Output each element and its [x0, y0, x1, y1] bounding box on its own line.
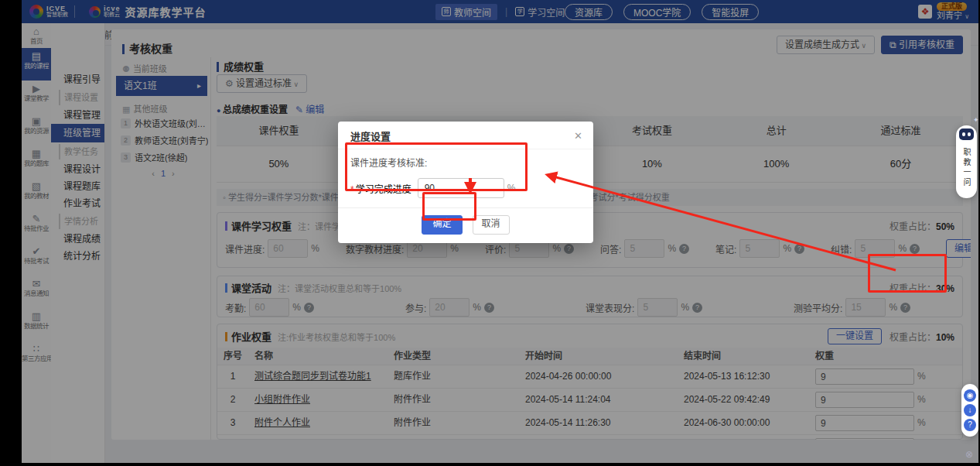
annotation-box-form	[345, 142, 528, 191]
collapse-icon[interactable]: ⊗	[965, 449, 973, 460]
assistant-label: 职教一问	[956, 142, 977, 194]
help-icon[interactable]: ?	[964, 419, 976, 431]
sparkle-icon: ✦	[973, 116, 979, 124]
ai-assistant-widget[interactable]: 职教一问	[956, 125, 977, 198]
close-icon[interactable]: ✕	[574, 130, 582, 142]
cancel-button[interactable]: 取消	[473, 215, 510, 235]
modal-title: 进度设置	[350, 128, 391, 143]
robot-icon	[959, 128, 974, 140]
download-icon[interactable]: ↓	[964, 404, 976, 416]
floating-toolbar: ◉ ↓ ?	[961, 384, 978, 437]
feedback-icon[interactable]: ◉	[964, 389, 976, 402]
annotation-box-progress-button	[868, 254, 947, 293]
screenshot-root: { "colors":{"header_blue":"#2b4f9e","acc…	[0, 0, 980, 466]
annotation-box-confirm	[422, 192, 476, 221]
